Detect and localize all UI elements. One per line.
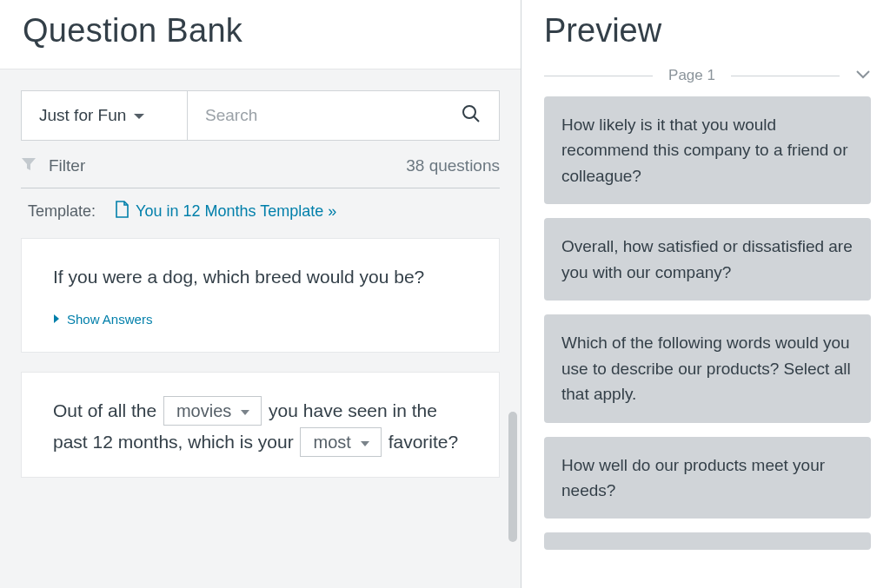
svg-line-1 (474, 116, 479, 122)
preview-card[interactable] (544, 532, 871, 550)
show-answers-toggle[interactable]: Show Answers (53, 308, 152, 331)
preview-panel: Preview Page 1 How likely is it that you… (521, 0, 890, 588)
show-answers-label: Show Answers (67, 308, 152, 331)
scrollbar-thumb[interactable] (508, 412, 517, 542)
template-link-text: You in 12 Months Template » (136, 202, 336, 221)
svg-point-0 (463, 106, 475, 118)
inline-dropdown-label: movies (176, 400, 231, 421)
preview-card[interactable]: Overall, how satisfied or dissatisfied a… (544, 218, 871, 301)
question-bank-body: Just for Fun Filter 38 questions (0, 69, 521, 588)
preview-card[interactable]: How well do our products meet your needs… (544, 437, 871, 519)
inline-dropdown-label: most (313, 432, 350, 453)
question-bank-panel: Question Bank Just for Fun Filter (0, 0, 521, 588)
caret-down-icon (133, 106, 145, 125)
search-input[interactable] (205, 106, 461, 125)
caret-right-icon (53, 308, 60, 331)
question-count: 38 questions (406, 156, 500, 175)
template-label: Template: (28, 202, 96, 221)
chevron-down-icon[interactable] (855, 67, 871, 84)
document-icon (115, 201, 129, 222)
filter-icon (21, 156, 37, 175)
caret-down-icon (240, 400, 250, 421)
question-list: If you were a dog, which breed would you… (0, 238, 521, 588)
question-card[interactable]: If you were a dog, which breed would you… (21, 238, 500, 353)
filter-button[interactable]: Filter (21, 156, 85, 175)
filter-label: Filter (49, 156, 85, 175)
inline-dropdown-most[interactable]: most (300, 427, 381, 457)
page-label: Page 1 (668, 67, 715, 84)
search-field-wrap (188, 90, 500, 141)
caret-down-icon (360, 432, 370, 453)
question-bank-title: Question Bank (0, 0, 521, 69)
question-card[interactable]: Out of all the movies you have seen in t… (21, 372, 500, 477)
separator-line (731, 76, 840, 76)
question-text: If you were a dog, which breed would you… (53, 261, 468, 293)
template-link[interactable]: You in 12 Months Template » (115, 201, 336, 222)
category-dropdown-label: Just for Fun (39, 106, 126, 125)
preview-card[interactable]: How likely is it that you would recommen… (544, 96, 871, 204)
page-separator[interactable]: Page 1 (544, 63, 871, 96)
preview-title: Preview (544, 12, 871, 63)
question-suffix: favorite? (389, 432, 459, 452)
search-icon[interactable] (461, 103, 482, 128)
controls-row: Just for Fun (0, 69, 521, 141)
filter-row: Filter 38 questions (21, 156, 500, 188)
inline-dropdown-movies[interactable]: movies (163, 396, 262, 426)
separator-line (544, 76, 653, 76)
preview-card[interactable]: Which of the following words would you u… (544, 314, 871, 422)
template-row: Template: You in 12 Months Template » (0, 188, 521, 238)
category-dropdown[interactable]: Just for Fun (21, 90, 188, 141)
question-prefix: Out of all the (53, 400, 162, 420)
